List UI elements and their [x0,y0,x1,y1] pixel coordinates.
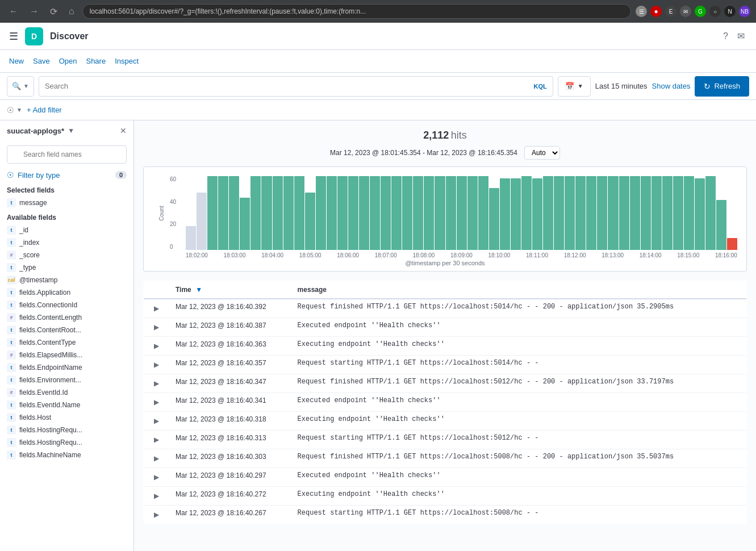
browser-chrome: ← → ⟳ ⌂ localhost:5601/app/discover#/?_g… [0,0,756,23]
time-column-header[interactable]: Time ▼ [169,281,291,299]
available-field-item[interactable]: tfields.Environment... [0,374,133,386]
auto-select[interactable]: Auto [524,146,560,160]
available-field-item[interactable]: #fields.EventId.Id [0,386,133,399]
chart-bar [327,176,337,250]
forward-button[interactable]: → [26,4,42,19]
chart-bar [305,193,315,250]
available-field-item[interactable]: tfields.EndpointName [0,361,133,374]
expand-row-button[interactable]: ▶ [151,359,162,370]
filter-by-type-row[interactable]: ☉ Filter by type 0 [0,168,133,182]
chart-bar [478,176,488,250]
chart-bar [586,176,596,250]
available-field-item[interactable]: tfields.ConnectionId [0,299,133,311]
chart-bar [575,176,586,250]
y-axis-0: 0 [170,244,183,250]
available-field-item[interactable]: tfields.ContentRoot... [0,324,133,336]
sidebar: suucat-applogs* ▼ ✕ 🔍 ☉ Filter by type 0… [0,120,134,551]
available-field-item[interactable]: tfields.ContentType [0,336,133,349]
chart-bar [316,176,326,250]
expand-row-button[interactable]: ▶ [151,453,162,464]
field-name: fields.EventId.Id [19,389,68,396]
hamburger-menu[interactable]: ☰ [9,30,18,43]
available-field-item[interactable]: tfields.MachineName [0,449,133,461]
filter-count-badge: 0 [115,171,127,179]
available-field-item[interactable]: t_index [0,236,133,249]
search-icon: 🔍 [12,82,21,90]
available-field-item[interactable]: t_id [0,224,133,236]
expand-row-button[interactable]: ▶ [151,415,162,427]
chart-bar [521,176,532,250]
available-field-item[interactable]: tfields.HostingRequ... [0,424,133,436]
query-bar-left[interactable]: 🔍 ▼ [7,76,34,97]
index-pattern-selector[interactable]: suucat-applogs* ▼ [7,127,74,135]
chart-bar [337,176,348,250]
expand-cell: ▶ [144,299,169,318]
field-type-icon: t [7,400,16,410]
expand-row-button[interactable]: ▶ [151,490,162,502]
field-name: fields.ContentLength [19,314,82,322]
expand-row-button[interactable]: ▶ [151,434,162,445]
notifications-button[interactable]: ✉ [735,28,747,44]
expand-cell: ▶ [144,412,169,431]
available-field-item[interactable]: tfields.Application [0,286,133,299]
available-fields-list: t_idt_index#_scoret_typecal@timestamptfi… [0,224,133,461]
refresh-button[interactable]: ↻ Refresh [695,76,749,97]
available-field-item[interactable]: t_type [0,261,133,274]
selected-field-item[interactable]: tmessage [0,197,133,209]
available-field-item[interactable]: #fields.ContentLength [0,311,133,324]
expand-cell: ▶ [144,356,169,374]
table-body: ▶ Mar 12, 2023 @ 18:16:40.392 Request fi… [144,299,747,524]
date-picker-button[interactable]: 📅 ▼ [558,76,591,97]
message-column-header[interactable]: message [291,281,747,299]
time-cell: Mar 12, 2023 @ 18:16:40.387 [169,318,291,337]
available-field-item[interactable]: tfields.Host [0,411,133,424]
inspect-button[interactable]: Inspect [115,55,139,68]
available-field-item[interactable]: #_score [0,249,133,261]
open-button[interactable]: Open [59,55,77,68]
expand-row-button[interactable]: ▶ [151,340,162,352]
chart-bar [489,188,499,250]
search-input[interactable] [45,82,529,90]
save-button[interactable]: Save [33,55,50,68]
chart-bar [630,176,640,250]
show-dates-button[interactable]: Show dates [652,82,691,90]
chart-bar [511,178,521,250]
share-button[interactable]: Share [86,55,106,68]
field-name: fields.ConnectionId [19,301,77,309]
help-button[interactable]: ? [721,29,730,44]
expand-cell: ▶ [144,337,169,356]
close-sidebar-button[interactable]: ✕ [120,126,127,135]
chart-bar [435,176,445,250]
content-area: 2,112 hits Mar 12, 2023 @ 18:01:45.354 -… [134,120,756,551]
expand-cell: ▶ [144,487,169,506]
expand-row-button[interactable]: ▶ [151,396,162,408]
selected-fields-header: Selected fields [0,182,133,197]
field-type-icon: t [7,198,16,207]
kibana-letter: D [31,32,37,41]
reload-button[interactable]: ⟳ [47,4,61,19]
table-header: Time ▼ message [144,281,747,299]
new-button[interactable]: New [9,55,24,68]
y-axis-label-container: Count [153,176,170,250]
url-bar[interactable]: localhost:5601/app/discover#/?_g=(filter… [82,4,631,19]
field-name: fields.ContentType [19,339,76,347]
kql-badge[interactable]: KQL [534,83,547,90]
expand-row-button[interactable]: ▶ [151,303,162,314]
chart-bar [651,176,662,250]
expand-row-button[interactable]: ▶ [151,378,162,389]
x-axis-label: 18:15:00 [677,252,699,258]
available-field-item[interactable]: #fields.ElapsedMillis... [0,349,133,361]
available-field-item[interactable]: tfields.EventId.Name [0,399,133,411]
back-button[interactable]: ← [6,4,22,19]
add-filter-button[interactable]: + Add filter [27,106,62,114]
expand-row-button[interactable]: ▶ [151,322,162,333]
available-field-item[interactable]: tfields.HostingRequ... [0,436,133,449]
expand-row-button[interactable]: ▶ [151,509,162,520]
app-title: Discover [50,31,714,41]
expand-row-button[interactable]: ▶ [151,471,162,483]
available-field-item[interactable]: cal@timestamp [0,274,133,286]
home-button[interactable]: ⌂ [65,4,78,19]
chart-bar [608,176,618,250]
field-search-input[interactable] [7,145,127,164]
filter-options-button[interactable]: ☉ ▼ [7,106,22,115]
